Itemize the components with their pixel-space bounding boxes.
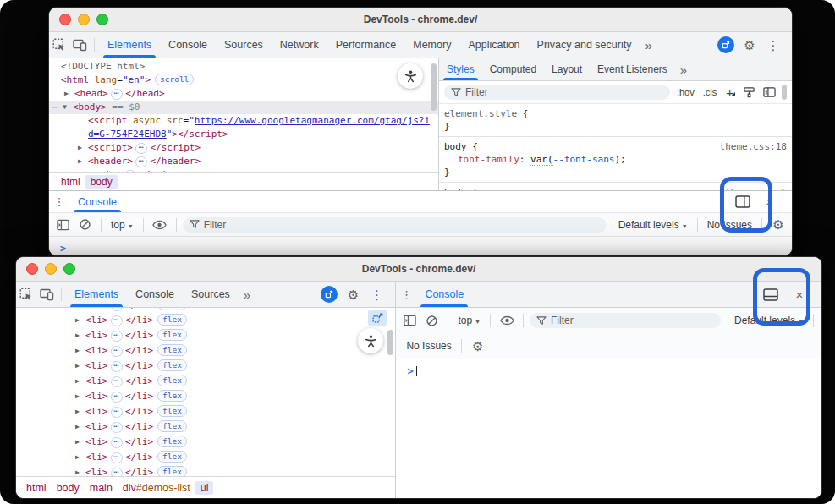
scroll-badge[interactable]: scroll xyxy=(155,74,194,85)
tab-privacy-and-security[interactable]: Privacy and security xyxy=(529,33,640,58)
class-toggle[interactable]: .cls xyxy=(701,87,719,97)
live-expression-eye-icon[interactable] xyxy=(150,215,170,235)
inline-expand-icon[interactable]: ⋯ xyxy=(135,156,147,167)
inspect-icon[interactable] xyxy=(49,35,69,55)
stylesheet-link[interactable]: theme.css:18 xyxy=(720,140,787,153)
styles-tab-styles[interactable]: Styles xyxy=(439,59,482,80)
context-selector[interactable]: top▼ xyxy=(454,315,484,326)
scrollbar-thumb[interactable] xyxy=(431,63,437,111)
flex-badge[interactable]: flex xyxy=(157,375,187,386)
tab-memory[interactable]: Memory xyxy=(404,33,459,58)
console-sidebar-icon[interactable] xyxy=(399,310,420,331)
flex-badge[interactable]: flex xyxy=(157,314,187,326)
settings-gear-icon[interactable]: ⚙ xyxy=(739,35,760,55)
dom-tree-node[interactable]: ▶<li>⋯</li>flex xyxy=(16,328,395,343)
dom-tree-node[interactable]: <!DOCTYPE html> xyxy=(49,60,438,74)
tab-elements[interactable]: Elements xyxy=(66,282,127,307)
dom-tree-node[interactable]: d=G-754F24EHD8"></script> xyxy=(49,128,438,141)
tab-console-drawer[interactable]: Console xyxy=(69,192,125,212)
expand-arrow-icon[interactable]: ▶ xyxy=(78,168,88,172)
console-filter-input[interactable]: Filter xyxy=(183,217,607,233)
flex-badge[interactable]: flex xyxy=(157,344,187,356)
flex-badge[interactable]: flex xyxy=(157,359,187,371)
dom-tree-node[interactable]: ▶<li>⋯</li>flex xyxy=(16,313,395,328)
console-sidebar-icon[interactable] xyxy=(52,215,73,235)
breadcrumb-item-div-demos-list[interactable]: div#demos-list xyxy=(118,481,195,495)
breadcrumb-item-main[interactable]: main xyxy=(85,481,118,495)
console-filter-input[interactable]: Filter xyxy=(530,313,721,328)
breadcrumb-item-body[interactable]: body xyxy=(52,481,85,495)
dom-tree-node[interactable]: ▶<li>⋯</li>flex xyxy=(16,359,395,374)
expand-arrow-icon[interactable]: ▶ xyxy=(75,450,85,465)
flex-badge[interactable]: flex xyxy=(157,329,187,341)
expand-arrow-icon[interactable]: ▶ xyxy=(75,404,85,419)
expand-arrow-icon[interactable]: ▶ xyxy=(75,465,85,476)
breadcrumb-item-ul[interactable]: ul xyxy=(195,481,214,495)
expand-arrow-icon[interactable]: ▶ xyxy=(75,343,85,359)
inline-expand-icon[interactable]: ⋯ xyxy=(111,89,123,100)
dom-tree-node[interactable]: ▶<li>⋯</li>flex xyxy=(16,435,395,450)
inline-expand-icon[interactable]: ⋯ xyxy=(111,407,123,418)
tab-elements[interactable]: Elements xyxy=(99,33,160,58)
console-prompt[interactable]: > xyxy=(49,237,792,255)
flex-badge[interactable]: flex xyxy=(157,436,187,447)
hover-state-toggle[interactable]: :hov xyxy=(675,87,696,97)
kebab-menu-icon[interactable]: ⋮ xyxy=(366,284,387,304)
dom-tree-node[interactable]: <script async src="https://www.googletag… xyxy=(49,114,438,128)
dom-tree-node[interactable]: ▶<main>⋯</main> xyxy=(49,168,438,172)
inline-expand-icon[interactable]: ⋯ xyxy=(111,376,123,387)
more-tabs-icon[interactable]: » xyxy=(640,38,656,52)
context-selector[interactable]: top▼ xyxy=(107,219,137,231)
no-issues-label[interactable]: No Issues xyxy=(399,340,454,352)
kebab-menu-icon[interactable]: ⋮ xyxy=(49,192,69,212)
expand-arrow-icon[interactable]: ▶ xyxy=(75,435,85,450)
expand-arrow-icon[interactable]: ▶ xyxy=(75,313,85,328)
breadcrumb-item-html[interactable]: html xyxy=(56,175,85,189)
tab-console[interactable]: Console xyxy=(416,282,472,307)
inline-expand-icon[interactable]: ⋯ xyxy=(111,437,123,448)
dom-tree-node[interactable]: ▶<li>⋯</li>flex xyxy=(16,450,395,465)
inspect-icon[interactable] xyxy=(16,284,36,304)
expand-arrow-icon[interactable]: ▶ xyxy=(75,389,85,404)
tab-sources[interactable]: Sources xyxy=(216,33,272,58)
styles-sidebar-toggle-icon[interactable] xyxy=(761,82,777,102)
clear-console-icon[interactable] xyxy=(74,215,95,235)
flex-badge[interactable]: flex xyxy=(157,466,187,476)
inline-expand-icon[interactable]: ⋯ xyxy=(111,452,123,463)
flex-badge[interactable]: flex xyxy=(157,420,187,432)
cast-icon[interactable] xyxy=(716,35,736,55)
inline-expand-icon[interactable]: ⋯ xyxy=(111,468,123,476)
dom-tree-node[interactable]: ▶<li>⋯</li>flex xyxy=(16,404,395,419)
flex-badge[interactable]: flex xyxy=(157,308,187,310)
dom-tree-node[interactable]: ▶<head>⋯</head> xyxy=(49,87,438,101)
node-menu-dots-icon[interactable]: ⋯ xyxy=(52,101,58,114)
cast-icon[interactable] xyxy=(319,284,339,304)
inline-expand-icon[interactable]: ⋯ xyxy=(111,392,123,403)
dom-tree-node[interactable]: ▶<li>⋯</li>flex xyxy=(16,343,395,359)
tab-console[interactable]: Console xyxy=(160,33,216,58)
dom-tree-node[interactable]: ▶<li>⋯</li>flex xyxy=(16,374,395,389)
styles-tab-event-listeners[interactable]: Event Listeners xyxy=(590,59,675,80)
accessibility-icon[interactable] xyxy=(398,63,423,89)
inline-expand-icon[interactable]: ⋯ xyxy=(111,315,123,326)
console-settings-gear-icon[interactable]: ⚙ xyxy=(468,336,488,356)
flex-badge[interactable]: flex xyxy=(157,405,187,417)
breadcrumb-item-body[interactable]: body xyxy=(85,175,118,189)
css-rule-body-theme18[interactable]: theme.css:18 body { font-family: var(--f… xyxy=(439,137,792,183)
dom-tree-node[interactable]: <html lang="en">scroll xyxy=(49,74,438,87)
css-property-name[interactable]: font-family xyxy=(458,154,519,165)
scrollbar-thumb[interactable] xyxy=(387,330,393,355)
inline-expand-icon[interactable]: ⋯ xyxy=(135,143,147,154)
expand-arrow-icon[interactable]: ▶ xyxy=(75,419,85,435)
console-prompt[interactable]: > xyxy=(396,359,821,377)
element-capture-icon[interactable] xyxy=(368,310,387,326)
device-toolbar-icon[interactable] xyxy=(69,35,90,55)
css-var-link[interactable]: --font-sans xyxy=(553,154,615,165)
expand-arrow-icon[interactable]: ▼ xyxy=(63,101,73,114)
dom-tree-node[interactable]: ▶<header>⋯</header> xyxy=(49,155,438,168)
expand-arrow-icon[interactable]: ▶ xyxy=(78,155,88,168)
expand-arrow-icon[interactable]: ▶ xyxy=(75,374,85,389)
more-tabs-icon[interactable]: » xyxy=(675,63,692,77)
scrollbar-thumb[interactable] xyxy=(782,85,787,100)
inline-expand-icon[interactable]: ⋯ xyxy=(111,422,123,433)
